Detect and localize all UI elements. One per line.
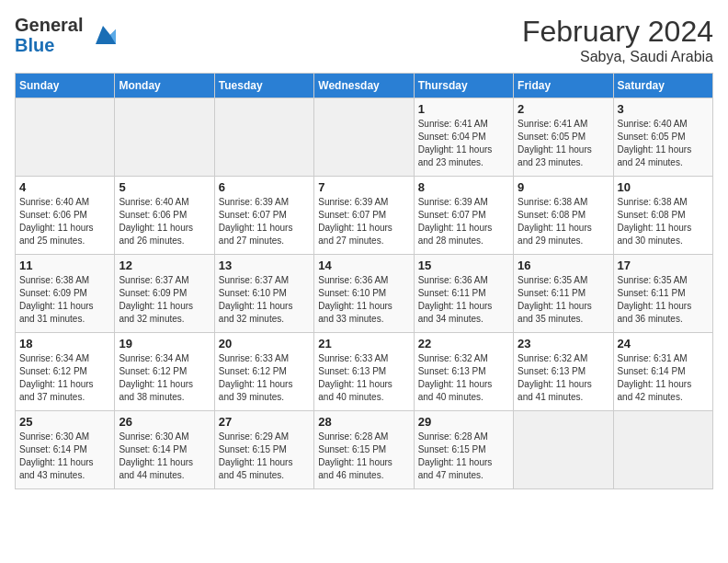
col-header-sunday: Sunday [16, 74, 115, 98]
calendar-cell: 28Sunrise: 6:28 AM Sunset: 6:15 PM Dayli… [314, 411, 414, 489]
day-number: 27 [219, 415, 310, 429]
location-title: Sabya, Saudi Arabia [522, 49, 713, 65]
day-number: 22 [418, 337, 509, 350]
calendar-cell: 27Sunrise: 6:29 AM Sunset: 6:15 PM Dayli… [214, 411, 313, 489]
day-info: Sunrise: 6:37 AM Sunset: 6:09 PM Dayligh… [119, 274, 210, 326]
day-number: 13 [219, 259, 310, 272]
day-info: Sunrise: 6:36 AM Sunset: 6:11 PM Dayligh… [418, 274, 509, 326]
day-info: Sunrise: 6:39 AM Sunset: 6:07 PM Dayligh… [418, 196, 509, 247]
logo-text-blue: Blue [15, 35, 83, 55]
calendar-cell: 14Sunrise: 6:36 AM Sunset: 6:10 PM Dayli… [314, 255, 414, 333]
day-number: 16 [518, 259, 609, 272]
calendar-cell: 2Sunrise: 6:41 AM Sunset: 6:05 PM Daylig… [514, 98, 613, 177]
day-info: Sunrise: 6:40 AM Sunset: 6:06 PM Dayligh… [19, 196, 110, 247]
day-info: Sunrise: 6:38 AM Sunset: 6:09 PM Dayligh… [19, 274, 110, 326]
calendar-cell: 22Sunrise: 6:32 AM Sunset: 6:13 PM Dayli… [414, 333, 513, 411]
day-number: 1 [418, 102, 509, 116]
calendar-cell: 26Sunrise: 6:30 AM Sunset: 6:14 PM Dayli… [115, 411, 214, 489]
day-number: 28 [318, 415, 409, 429]
page-header: General Blue February 2024 Sabya, Saudi … [15, 15, 713, 65]
day-info: Sunrise: 6:30 AM Sunset: 6:14 PM Dayligh… [119, 431, 210, 482]
day-number: 8 [418, 180, 509, 194]
col-header-wednesday: Wednesday [314, 74, 414, 98]
day-number: 29 [418, 415, 509, 429]
calendar-week-row: 18Sunrise: 6:34 AM Sunset: 6:12 PM Dayli… [16, 333, 713, 411]
calendar-cell: 16Sunrise: 6:35 AM Sunset: 6:11 PM Dayli… [514, 255, 613, 333]
day-number: 3 [618, 102, 709, 116]
calendar-header-row: SundayMondayTuesdayWednesdayThursdayFrid… [16, 74, 713, 98]
day-info: Sunrise: 6:40 AM Sunset: 6:06 PM Dayligh… [119, 196, 210, 247]
calendar-cell: 9Sunrise: 6:38 AM Sunset: 6:08 PM Daylig… [514, 177, 613, 255]
calendar-cell [613, 411, 712, 489]
logo-text: General [15, 15, 83, 35]
day-info: Sunrise: 6:28 AM Sunset: 6:15 PM Dayligh… [318, 431, 409, 482]
calendar-cell: 6Sunrise: 6:39 AM Sunset: 6:07 PM Daylig… [214, 177, 313, 255]
calendar-cell: 17Sunrise: 6:35 AM Sunset: 6:11 PM Dayli… [613, 255, 712, 333]
day-info: Sunrise: 6:32 AM Sunset: 6:13 PM Dayligh… [418, 352, 509, 404]
day-info: Sunrise: 6:35 AM Sunset: 6:11 PM Dayligh… [518, 274, 609, 326]
calendar-cell: 18Sunrise: 6:34 AM Sunset: 6:12 PM Dayli… [16, 333, 115, 411]
day-info: Sunrise: 6:41 AM Sunset: 6:05 PM Dayligh… [518, 118, 609, 169]
calendar-cell: 5Sunrise: 6:40 AM Sunset: 6:06 PM Daylig… [115, 177, 214, 255]
day-number: 23 [518, 337, 609, 350]
day-info: Sunrise: 6:29 AM Sunset: 6:15 PM Dayligh… [219, 431, 310, 482]
col-header-monday: Monday [115, 74, 214, 98]
day-info: Sunrise: 6:33 AM Sunset: 6:12 PM Dayligh… [219, 352, 310, 404]
day-number: 25 [19, 415, 110, 429]
month-year-title: February 2024 [522, 15, 713, 49]
day-info: Sunrise: 6:30 AM Sunset: 6:14 PM Dayligh… [19, 431, 110, 482]
day-number: 14 [318, 259, 409, 272]
calendar-week-row: 1Sunrise: 6:41 AM Sunset: 6:04 PM Daylig… [16, 98, 713, 177]
day-number: 24 [618, 337, 709, 350]
day-info: Sunrise: 6:33 AM Sunset: 6:13 PM Dayligh… [318, 352, 409, 404]
calendar-cell [514, 411, 613, 489]
day-info: Sunrise: 6:38 AM Sunset: 6:08 PM Dayligh… [618, 196, 709, 247]
day-info: Sunrise: 6:36 AM Sunset: 6:10 PM Dayligh… [318, 274, 409, 326]
day-number: 15 [418, 259, 509, 272]
calendar-cell: 21Sunrise: 6:33 AM Sunset: 6:13 PM Dayli… [314, 333, 414, 411]
col-header-friday: Friday [514, 74, 613, 98]
day-info: Sunrise: 6:34 AM Sunset: 6:12 PM Dayligh… [119, 352, 210, 404]
day-info: Sunrise: 6:37 AM Sunset: 6:10 PM Dayligh… [219, 274, 310, 326]
logo-icon [86, 18, 119, 52]
calendar-cell: 8Sunrise: 6:39 AM Sunset: 6:07 PM Daylig… [414, 177, 513, 255]
calendar-week-row: 4Sunrise: 6:40 AM Sunset: 6:06 PM Daylig… [16, 177, 713, 255]
calendar-cell: 11Sunrise: 6:38 AM Sunset: 6:09 PM Dayli… [16, 255, 115, 333]
day-number: 26 [119, 415, 210, 429]
day-number: 10 [618, 180, 709, 194]
day-number: 19 [119, 337, 210, 350]
calendar-cell: 3Sunrise: 6:40 AM Sunset: 6:05 PM Daylig… [613, 98, 712, 177]
calendar-week-row: 25Sunrise: 6:30 AM Sunset: 6:14 PM Dayli… [16, 411, 713, 489]
day-info: Sunrise: 6:35 AM Sunset: 6:11 PM Dayligh… [618, 274, 709, 326]
day-number: 2 [518, 102, 609, 116]
col-header-tuesday: Tuesday [214, 74, 313, 98]
calendar-week-row: 11Sunrise: 6:38 AM Sunset: 6:09 PM Dayli… [16, 255, 713, 333]
day-number: 12 [119, 259, 210, 272]
day-info: Sunrise: 6:31 AM Sunset: 6:14 PM Dayligh… [618, 352, 709, 404]
calendar-cell: 7Sunrise: 6:39 AM Sunset: 6:07 PM Daylig… [314, 177, 414, 255]
day-number: 20 [219, 337, 310, 350]
calendar-cell: 10Sunrise: 6:38 AM Sunset: 6:08 PM Dayli… [613, 177, 712, 255]
day-info: Sunrise: 6:38 AM Sunset: 6:08 PM Dayligh… [518, 196, 609, 247]
calendar-table: SundayMondayTuesdayWednesdayThursdayFrid… [15, 73, 713, 489]
calendar-cell [214, 98, 313, 177]
calendar-cell [314, 98, 414, 177]
day-info: Sunrise: 6:39 AM Sunset: 6:07 PM Dayligh… [318, 196, 409, 247]
title-block: February 2024 Sabya, Saudi Arabia [522, 15, 713, 65]
calendar-cell: 4Sunrise: 6:40 AM Sunset: 6:06 PM Daylig… [16, 177, 115, 255]
day-number: 4 [19, 180, 110, 194]
day-number: 7 [318, 180, 409, 194]
calendar-cell: 23Sunrise: 6:32 AM Sunset: 6:13 PM Dayli… [514, 333, 613, 411]
day-number: 6 [219, 180, 310, 194]
day-number: 5 [119, 180, 210, 194]
logo: General Blue [15, 15, 119, 55]
calendar-cell: 29Sunrise: 6:28 AM Sunset: 6:15 PM Dayli… [414, 411, 513, 489]
col-header-saturday: Saturday [613, 74, 712, 98]
day-info: Sunrise: 6:41 AM Sunset: 6:04 PM Dayligh… [418, 118, 509, 169]
calendar-cell: 25Sunrise: 6:30 AM Sunset: 6:14 PM Dayli… [16, 411, 115, 489]
day-number: 21 [318, 337, 409, 350]
calendar-cell: 19Sunrise: 6:34 AM Sunset: 6:12 PM Dayli… [115, 333, 214, 411]
calendar-cell: 13Sunrise: 6:37 AM Sunset: 6:10 PM Dayli… [214, 255, 313, 333]
day-number: 18 [19, 337, 110, 350]
calendar-cell: 15Sunrise: 6:36 AM Sunset: 6:11 PM Dayli… [414, 255, 513, 333]
